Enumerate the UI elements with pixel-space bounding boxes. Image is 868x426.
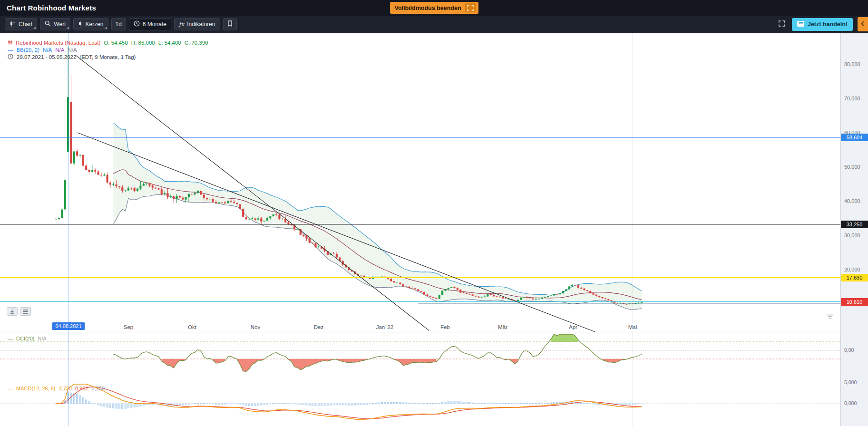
- fit-screen-button[interactable]: [776, 18, 787, 30]
- bookmark-icon: [227, 20, 233, 28]
- interval-button[interactable]: 1d: [111, 18, 126, 30]
- price-chart: [0, 33, 840, 332]
- scroll-latest-button[interactable]: [7, 307, 18, 316]
- macd-hist-value: 2,758: [92, 386, 105, 391]
- macd-axis-label: 0,000: [841, 400, 868, 406]
- y-axis-tick: 30,000: [841, 232, 868, 238]
- chart-region: Robinhood Markets (Nasdaq, Last) O: 54,4…: [0, 33, 868, 426]
- x-axis-month-label: Nov: [251, 324, 260, 330]
- y-axis-tick: 50,000: [841, 164, 868, 170]
- macd-axis-label: 5,000: [841, 379, 868, 385]
- macd-signal-value: 0,962: [75, 386, 88, 391]
- fullscreen-exit-icon: [465, 3, 476, 12]
- macd-legend: — MACD(12, 26, 9) 3,720 0,962 2,758: [8, 386, 105, 391]
- chevron-left-icon: [861, 21, 865, 28]
- trade-now-label: Jetzt handeln!: [808, 21, 848, 28]
- crosshair-date-label: 04.08.2021: [52, 322, 85, 330]
- candle-style-label: Kerzen: [85, 21, 103, 28]
- y-axis[interactable]: 80,00070,00060,00050,00040,00030,00020,0…: [840, 33, 868, 426]
- last-price-label: 10,610: [841, 298, 868, 306]
- series-icon: [8, 39, 12, 46]
- symbol-search-label: Wert: [54, 21, 66, 28]
- date-range-row: 29.07.2021 - 05.05.2022 (EDT, 9 Monate, …: [8, 53, 208, 60]
- interval-label: 1d: [116, 21, 122, 28]
- ohlc-low: L: 54,400: [158, 40, 181, 46]
- bb-lower-value: N/A: [68, 47, 77, 53]
- trade-icon: [797, 21, 804, 28]
- window-title: Chart Robinhood Markets: [7, 4, 96, 12]
- chart-type-button[interactable]: Chart: [5, 18, 37, 30]
- main-chart-canvas[interactable]: [0, 33, 840, 332]
- chart-window: Chart Robinhood Markets Vollbildmodus be…: [0, 0, 868, 426]
- series-name: Robinhood Markets (Nasdaq, Last): [16, 40, 100, 46]
- hline-label-33250: 33,250: [841, 221, 868, 228]
- cci-chart: [0, 332, 840, 382]
- symbol-search-button[interactable]: Wert: [40, 18, 70, 30]
- collapse-panel-button[interactable]: [858, 17, 868, 31]
- x-axis-month-label: Dez: [314, 324, 323, 330]
- cci-panel[interactable]: — CCI(20) N/A: [0, 332, 840, 382]
- y-axis-tick: 20,000: [841, 267, 868, 272]
- x-axis-month-label: Sep: [124, 324, 133, 330]
- clock-icon: [134, 20, 140, 28]
- trade-now-button[interactable]: Jetzt handeln!: [792, 18, 853, 31]
- range-button[interactable]: 6 Monate: [129, 18, 171, 30]
- axis-settings-icon[interactable]: [826, 312, 834, 321]
- clock-icon: [8, 54, 13, 60]
- macd-chart: [0, 382, 840, 426]
- ohlc-high: H: 85,000: [131, 40, 155, 46]
- indicators-button[interactable]: ƒx Indikatoren: [174, 18, 220, 30]
- bb-legend-row: — BB(20, 2) N/A N/A N/A: [8, 46, 208, 53]
- candle-style-button[interactable]: Kerzen: [73, 18, 108, 30]
- x-axis-month-label: Apr: [569, 324, 577, 330]
- x-axis[interactable]: 04.08.2021 SepOktNovDezJan '22FebMärAprM…: [0, 321, 840, 332]
- cci-axis-label: 0,00: [841, 347, 868, 353]
- macd-panel[interactable]: — MACD(12, 26, 9) 3,720 0,962 2,758: [0, 382, 840, 426]
- titlebar: Chart Robinhood Markets Vollbildmodus be…: [0, 0, 868, 16]
- x-axis-month-label: Feb: [440, 324, 450, 330]
- macd-dash-icon: —: [8, 386, 13, 391]
- bb-dash-icon: —: [8, 47, 13, 53]
- cci-label: CCI(20): [16, 336, 35, 341]
- search-icon: [45, 20, 51, 28]
- y-axis-tick: 40,000: [841, 198, 868, 204]
- y-axis-tick: 70,000: [841, 96, 868, 101]
- bookmark-button[interactable]: [223, 18, 237, 30]
- candle-icon: [78, 20, 82, 29]
- hline-label-17630: 17,630: [841, 274, 868, 281]
- x-axis-month-label: Mär: [498, 324, 507, 330]
- x-axis-month-label: Jan '22: [376, 324, 394, 330]
- ohlc-close: C: 70,390: [185, 40, 208, 46]
- main-chart-legend: Robinhood Markets (Nasdaq, Last) O: 54,4…: [8, 39, 208, 60]
- ohlc-open: O: 54,450: [104, 40, 128, 46]
- toolbar: Chart Wert Kerzen 1d 6 Monate ƒx Indikat…: [0, 16, 868, 33]
- fit-screen-icon: [778, 20, 785, 29]
- fullscreen-exit-label: Vollbildmodus beenden: [394, 5, 461, 11]
- cci-value: N/A: [38, 336, 47, 341]
- fx-icon: ƒx: [179, 21, 184, 28]
- cci-legend: — CCI(20) N/A: [8, 336, 47, 341]
- candlestick-chart-icon: [10, 20, 16, 29]
- bb-middle-value: N/A: [55, 47, 64, 53]
- date-range-note: (EDT, 9 Monate, 1 Tag): [79, 54, 136, 60]
- bb-label: BB(20, 2): [17, 47, 40, 53]
- hline-label-58604: 58,604: [841, 134, 868, 141]
- y-axis-tick: 80,000: [841, 61, 868, 67]
- x-axis-month-label: Mai: [628, 324, 637, 330]
- range-label: 6 Monate: [143, 21, 166, 28]
- cci-dash-icon: —: [8, 336, 13, 341]
- chart-corner-buttons: [7, 307, 31, 316]
- series-legend-row: Robinhood Markets (Nasdaq, Last) O: 54,4…: [8, 39, 208, 46]
- x-axis-month-label: Okt: [188, 324, 196, 330]
- panel-list-button[interactable]: [20, 307, 31, 316]
- toolbar-right-group: Jetzt handeln!: [776, 16, 868, 33]
- chart-type-label: Chart: [19, 21, 32, 28]
- macd-value: 3,720: [59, 386, 72, 391]
- fullscreen-exit-button[interactable]: Vollbildmodus beenden: [390, 2, 478, 14]
- macd-label: MACD(12, 26, 9): [16, 386, 56, 391]
- bb-upper-value: N/A: [43, 47, 52, 53]
- date-range: 29.07.2021 - 05.05.2022: [17, 54, 76, 60]
- indicators-label: Indikatoren: [187, 21, 215, 28]
